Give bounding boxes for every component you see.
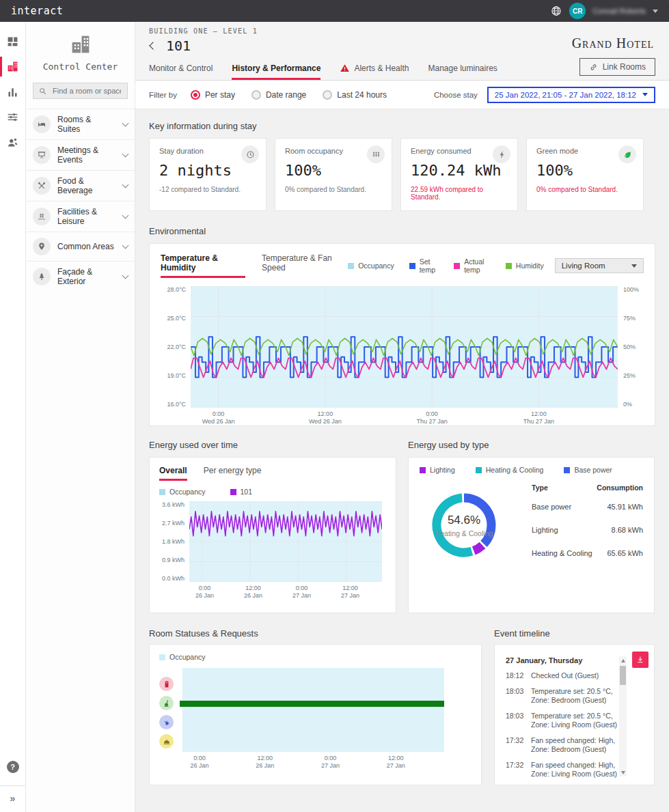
filter-options: Per stayDate rangeLast 24 hours [191, 90, 387, 100]
rail-spaces-icon[interactable] [0, 54, 26, 79]
kpi-note: 0% compared to Standard. [285, 186, 382, 193]
event-text: Temperature set: 20.5 °C, Zone: Bedroom … [531, 687, 620, 705]
rail-users-icon[interactable] [0, 130, 26, 155]
download-button[interactable] [632, 652, 648, 668]
y-tick-label: 50% [623, 344, 644, 350]
event-time: 18:03 [506, 712, 525, 730]
scroll-down-icon[interactable] [619, 768, 627, 776]
page-tabs: Monitor & ControlHistory & PerformanceAl… [135, 56, 669, 81]
legend-swatch [159, 654, 165, 660]
legend-item-heating-cooling: Heating & Cooling [476, 466, 544, 474]
event-time: 17:32 [506, 785, 525, 786]
rail-settings-icon[interactable] [0, 104, 26, 130]
x-tick-label: 12:0027 Jan [341, 585, 359, 600]
legend-swatch [159, 489, 165, 495]
energy-over-time-tabs: OverallPer energy type [159, 466, 386, 481]
status-bar-cleaning [180, 701, 444, 707]
filter-option-last-24-hours[interactable]: Last 24 hours [323, 90, 387, 100]
tab-label: History & Performance [232, 64, 320, 73]
chevron-down-icon [122, 182, 129, 188]
legend-label: Occupancy [169, 488, 206, 496]
cutlery-icon [33, 177, 51, 195]
energy-by-type-legend: LightingHeating & CoolingBase power [420, 466, 643, 474]
user-menu-chevron-icon[interactable] [653, 10, 658, 13]
sidebar-item-fa-ade-exterior[interactable]: Façade & Exterior [26, 261, 135, 292]
back-button[interactable] [149, 42, 157, 50]
zone-select[interactable]: Living Room [555, 258, 644, 273]
env-y-axis-right: 100%75%50%25%0% [618, 286, 644, 408]
sidebar-item-common-areas[interactable]: Common Areas [26, 232, 135, 261]
room-search[interactable] [33, 83, 128, 99]
filter-option-date-range[interactable]: Date range [251, 90, 306, 100]
table-cell-type: Base power [532, 503, 571, 511]
download-icon [636, 655, 645, 664]
rail-dashboard-icon[interactable] [0, 29, 26, 54]
tab-overall[interactable]: Overall [159, 466, 187, 481]
event-timeline-title: Event timeline [494, 628, 655, 639]
event-time: 18:12 [506, 671, 525, 681]
table-header-consumption: Consumption [597, 484, 643, 492]
bed-icon [33, 115, 51, 133]
rs-x-axis: 0:0026 Jan12:0026 Jan0:0027 Jan12:0027 J… [182, 755, 444, 772]
dnd-icon [159, 677, 174, 691]
tree-icon [33, 268, 51, 285]
key-info-title: Key information during stay [149, 121, 655, 131]
room-status-icons [159, 668, 182, 752]
event-scrollbar[interactable] [619, 656, 627, 776]
tab-monitor-control[interactable]: Monitor & Control [149, 64, 213, 80]
tab-manage-luminaires[interactable]: Manage luminaires [428, 64, 497, 80]
language-globe-icon[interactable] [550, 5, 562, 17]
pool-icon [33, 208, 51, 225]
event-text: Checked Out (Guest) [531, 671, 620, 681]
kpi-note: -12 compared to Standard. [159, 186, 256, 193]
x-tick-label: 0:00Thu 27 Jan [417, 410, 448, 425]
presentation-icon [33, 146, 51, 164]
clock-icon [241, 145, 259, 163]
table-row: Base power45.91 kWh [532, 503, 643, 511]
y-tick-label: 75% [623, 315, 644, 322]
env-chart [191, 286, 618, 408]
tab-history-performance[interactable]: History & Performance [232, 64, 320, 80]
radio-icon [251, 90, 261, 100]
help-icon[interactable]: ? [7, 761, 19, 773]
link-icon [589, 63, 598, 72]
expand-sidebar-icon[interactable]: » [10, 786, 16, 812]
y-tick-label: 0.9 kWh [159, 557, 185, 563]
filter-bar: Filter by Per stayDate rangeLast 24 hour… [135, 81, 669, 109]
search-input[interactable] [51, 86, 122, 96]
sidebar-item-rooms-suites[interactable]: Rooms & Suites [26, 109, 135, 139]
tab-alerts-health[interactable]: Alerts & Health [340, 63, 409, 80]
scroll-up-icon[interactable] [619, 656, 627, 664]
tab-per-energy-type[interactable]: Per energy type [204, 466, 262, 481]
service-icon [159, 715, 174, 729]
legend-label: Heating & Cooling [486, 466, 544, 474]
link-rooms-button[interactable]: Link Rooms [579, 58, 655, 76]
control-center-icon [69, 33, 92, 56]
sidebar-item-meetings-events[interactable]: Meetings & Events [26, 139, 135, 170]
topbar: interact × CR Conrad Roberts [0, 0, 669, 22]
kpi-value: 100% [536, 162, 633, 179]
avatar[interactable]: CR [569, 3, 586, 19]
content: Key information during stay Stay duratio… [135, 109, 669, 812]
event-text: Temperature set: 20.5 °C, Zone: Living R… [531, 712, 620, 730]
sidebar-item-label: Façade & Exterior [57, 267, 116, 286]
radio-option-label: Date range [266, 90, 306, 100]
icon-rail: ? » [0, 22, 26, 812]
scrollbar-thumb[interactable] [620, 666, 626, 685]
tab-label: Alerts & Health [354, 64, 409, 73]
y-tick-label: 0% [623, 401, 644, 408]
tab-temperature-fan-speed[interactable]: Temperature & Fan Speed [262, 253, 348, 278]
kpi-card-room-occupancy: Room occupancy100%0% compared to Standar… [275, 138, 392, 211]
tab-temperature-humidity[interactable]: Temperature & Humidity [161, 253, 245, 278]
filter-option-per-stay[interactable]: Per stay [191, 90, 235, 100]
rail-reports-icon[interactable] [0, 79, 26, 104]
page-title: 101 [166, 38, 191, 54]
legend-item-occupancy: Occupancy [159, 488, 206, 496]
kpi-value: 120.24 kWh [411, 162, 508, 179]
sidebar-item-facilities-leisure[interactable]: Facilities & Leisure [26, 201, 135, 232]
eot-x-axis: 0:0026 Jan12:0026 Jan0:0027 Jan12:0027 J… [192, 585, 386, 602]
cleaning-icon [159, 696, 174, 710]
choose-stay-select[interactable]: 25 Jan 2022, 21:05 - 27 Jan 2022, 18:12 [487, 87, 655, 103]
environmental-card: Temperature & HumidityTemperature & Fan … [149, 243, 655, 426]
sidebar-item-food-beverage[interactable]: Food & Beverage [26, 170, 135, 201]
